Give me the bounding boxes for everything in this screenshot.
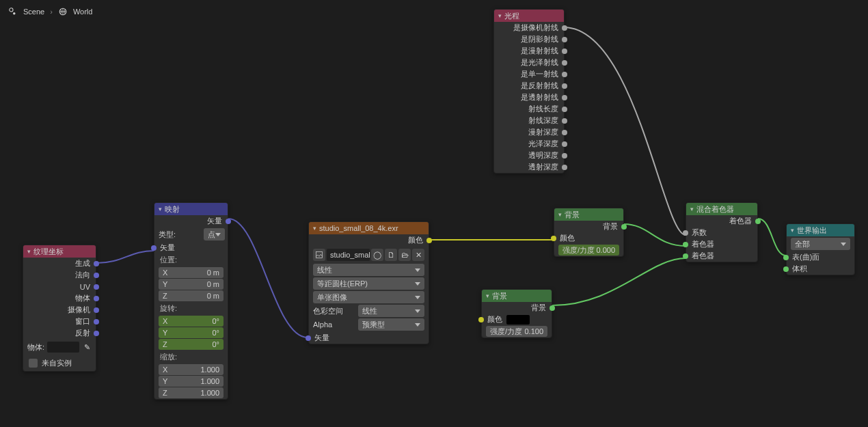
node-header[interactable]: ▾世界输出 [787, 224, 854, 236]
location-y[interactable]: Y0 m [159, 279, 223, 290]
chevron-down-icon: ▾ [498, 12, 502, 19]
label-scale: 缩放: [154, 350, 228, 363]
breadcrumb-world[interactable]: World [73, 8, 93, 16]
socket-ray-length[interactable]: 射线长度 [494, 103, 564, 115]
socket-background-out[interactable]: 背景 [554, 221, 623, 232]
extension-select[interactable]: 单张图像 [313, 291, 424, 303]
node-mapping[interactable]: ▾映射 矢量 类型:点 矢量 位置: X0 m Y0 m Z0 m 旋转: X0… [154, 202, 228, 400]
chevron-down-icon: ▾ [558, 211, 562, 218]
socket-shader-2[interactable]: 着色器 [686, 250, 757, 262]
eyedropper-icon[interactable]: ✎ [82, 343, 92, 352]
scale-x[interactable]: X1.000 [159, 364, 223, 375]
socket-glossy-depth[interactable]: 光泽深度 [494, 138, 564, 150]
rotation-z[interactable]: Z0° [159, 339, 223, 350]
alpha-select[interactable]: Alpha预乘型 [313, 318, 424, 331]
breadcrumb-scene[interactable]: Scene [23, 8, 44, 16]
socket-is-diffuse[interactable]: 是漫射射线 [494, 45, 564, 57]
node-header[interactable]: ▾混合着色器 [686, 203, 757, 215]
socket-transparent-depth[interactable]: 透明深度 [494, 150, 564, 161]
socket-shader-1[interactable]: 着色器 [686, 238, 757, 250]
node-background-2[interactable]: ▾背景 背景 颜色 强度/力度0.100 [481, 289, 552, 338]
node-texture-coordinate[interactable]: ▾纹理坐标 生成 法向 UV 物体 摄像机 窗口 反射 物体:✎ 来自实例 [23, 245, 96, 372]
from-instancer-checkbox[interactable]: 来自实例 [23, 355, 96, 371]
node-header[interactable]: ▾映射 [154, 203, 228, 215]
location-z[interactable]: Z0 m [159, 290, 223, 301]
socket-is-shadow[interactable]: 是阴影射线 [494, 33, 564, 45]
node-title: 背景 [565, 210, 580, 220]
socket-shader-out[interactable]: 着色器 [686, 215, 757, 227]
strength-field[interactable]: 强度/力度0.100 [486, 326, 547, 337]
socket-normal[interactable]: 法向 [23, 269, 96, 281]
socket-vector-in[interactable]: 矢量 [154, 242, 228, 253]
node-title: 纹理坐标 [33, 247, 64, 257]
world-icon [58, 7, 68, 16]
rotation-x[interactable]: X0° [159, 316, 223, 327]
socket-fac[interactable]: 系数 [686, 227, 757, 238]
svg-point-0 [10, 8, 13, 12]
socket-background-out[interactable]: 背景 [482, 302, 552, 314]
node-title: 背景 [492, 291, 507, 301]
chevron-down-icon: ▾ [690, 206, 694, 212]
node-light-path[interactable]: ▾光程 是摄像机射线 是阴影射线 是漫射射线 是光泽射线 是单一射线 是反射射线… [493, 9, 565, 174]
open-image-icon[interactable]: 🗁 [398, 249, 411, 261]
target-select[interactable]: 全部 [791, 238, 850, 250]
socket-vector-out[interactable]: 矢量 [154, 215, 228, 227]
image-name-field[interactable]: studio_small_08_... [327, 249, 370, 261]
scale-z[interactable]: Z1.000 [159, 387, 223, 398]
socket-is-transmission[interactable]: 是透射射线 [494, 92, 564, 103]
chevron-down-icon: ▾ [486, 292, 489, 299]
node-image-texture[interactable]: ▾studio_small_08_4k.exr 颜色 studio_small_… [308, 221, 429, 344]
colorspace-select[interactable]: 色彩空间线性 [313, 305, 424, 317]
socket-generated[interactable]: 生成 [23, 258, 96, 269]
socket-is-singular[interactable]: 是单一射线 [494, 68, 564, 80]
socket-is-reflection[interactable]: 是反射射线 [494, 80, 564, 92]
socket-surface[interactable]: 表(曲)面 [787, 251, 854, 263]
node-header[interactable]: ▾背景 [482, 290, 552, 302]
label-rotation: 旋转: [154, 302, 228, 315]
socket-is-glossy[interactable]: 是光泽射线 [494, 57, 564, 68]
new-image-icon[interactable]: 🗋 [385, 249, 397, 261]
socket-color-in[interactable]: 颜色 [482, 314, 552, 325]
node-header[interactable]: ▾背景 [554, 208, 623, 221]
node-background-1[interactable]: ▾背景 背景 颜色 强度/力度0.000 [554, 208, 624, 257]
fake-user-icon[interactable]: ◯ [371, 249, 383, 261]
node-header[interactable]: ▾光程 [494, 10, 564, 22]
color-swatch[interactable] [506, 315, 530, 325]
socket-transmission-depth[interactable]: 透射深度 [494, 161, 564, 173]
image-icon[interactable] [313, 249, 325, 261]
node-header[interactable]: ▾纹理坐标 [23, 245, 96, 258]
unlink-icon[interactable]: ✕ [412, 249, 424, 261]
socket-uv[interactable]: UV [23, 281, 96, 292]
node-title: 映射 [165, 204, 180, 215]
interpolation-select[interactable]: 线性 [313, 264, 424, 276]
scale-y[interactable]: Y1.000 [159, 376, 223, 387]
node-world-output[interactable]: ▾世界输出 全部 表(曲)面 体积 [786, 223, 855, 275]
node-mix-shader[interactable]: ▾混合着色器 着色器 系数 着色器 着色器 [686, 202, 758, 262]
socket-volume[interactable]: 体积 [787, 263, 854, 275]
socket-window[interactable]: 窗口 [23, 316, 96, 327]
breadcrumb-sep: › [50, 8, 53, 16]
socket-vector-in[interactable]: 矢量 [309, 332, 429, 344]
image-browse-row[interactable]: studio_small_08_... ◯ 🗋 🗁 ✕ [313, 249, 424, 261]
projection-select[interactable]: 等距圆柱(ERP) [313, 277, 424, 290]
socket-is-camera[interactable]: 是摄像机射线 [494, 22, 564, 33]
svg-point-1 [13, 12, 16, 15]
strength-field[interactable]: 强度/力度0.000 [558, 245, 619, 256]
node-header[interactable]: ▾studio_small_08_4k.exr [309, 222, 429, 234]
label-location: 位置: [154, 253, 228, 266]
socket-camera[interactable]: 摄像机 [23, 304, 96, 316]
socket-diffuse-depth[interactable]: 漫射深度 [494, 126, 564, 138]
socket-color-in[interactable]: 颜色 [554, 232, 623, 244]
rotation-y[interactable]: Y0° [159, 327, 223, 338]
breadcrumb[interactable]: Scene › World [8, 7, 92, 16]
socket-object[interactable]: 物体 [23, 292, 96, 304]
socket-ray-depth[interactable]: 射线深度 [494, 115, 564, 126]
object-picker[interactable]: 物体:✎ [27, 341, 92, 353]
socket-reflection[interactable]: 反射 [23, 327, 96, 339]
socket-color-out[interactable]: 颜色 [309, 234, 429, 246]
mapping-type[interactable]: 类型:点 [159, 228, 223, 240]
node-title: 世界输出 [797, 225, 827, 236]
location-x[interactable]: X0 m [159, 267, 223, 278]
node-title: 混合着色器 [696, 204, 734, 215]
chevron-down-icon: ▾ [27, 248, 31, 255]
